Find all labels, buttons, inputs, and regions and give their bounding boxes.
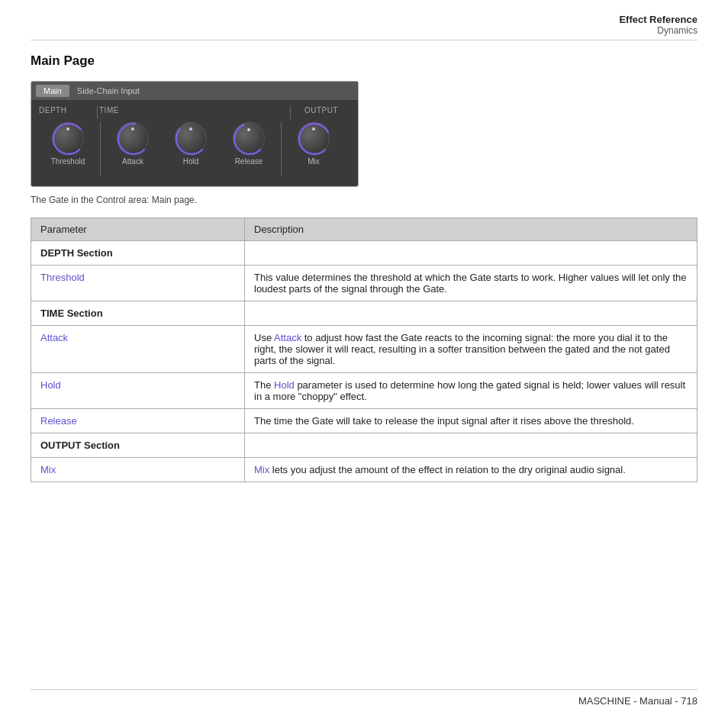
knob-release-dial[interactable] [233,122,265,154]
param-desc-attack: Use Attack to adjust how fast the Gate r… [245,326,697,373]
depth-label: DEPTH [39,106,97,114]
table-row: DEPTH Section [31,241,697,266]
gate-ui-image: Main Side-Chain Input DEPTH TIME OUTPUT [31,81,359,187]
knob-indicator [66,127,69,130]
table-row: OUTPUT Section [31,433,697,458]
col-parameter: Parameter [31,218,245,241]
footer-text: MASCHINE - Manual - 718 [578,695,697,707]
knob-threshold[interactable]: Threshold [45,122,91,166]
param-desc-release: The time the Gate will take to release t… [245,409,697,433]
knob-indicator [312,127,315,130]
knob-hold-dial[interactable] [175,122,207,154]
knob-hold[interactable]: Hold [168,122,214,166]
inline-link-hold[interactable]: Hold [274,379,295,391]
header-divider [31,40,697,40]
knob-mix[interactable]: Mix [291,122,337,166]
knob-threshold-label: Threshold [51,157,85,166]
inline-link-mix[interactable]: Mix [254,464,269,475]
knob-mix-dial[interactable] [298,122,330,154]
section-label: DEPTH Section [40,247,113,259]
section-desc [245,241,697,266]
knob-attack-dial[interactable] [117,122,149,154]
main-content: Main Page Main Side-Chain Input DEPTH TI… [31,53,697,682]
knob-attack[interactable]: Attack [110,122,156,166]
table-row: Mix Mix lets you adjust the amount of th… [31,458,697,482]
knob-release-label: Release [235,157,263,166]
footer-divider [31,689,697,690]
gate-tabs: Main Side-Chain Input [31,82,358,100]
knob-attack-label: Attack [122,157,143,166]
param-name-threshold: Threshold [31,266,245,301]
param-desc-threshold: This value determines the threshold at w… [245,266,697,301]
section-desc [245,301,697,326]
knob-indicator [131,127,134,130]
section-name: OUTPUT Section [31,433,245,458]
knob-release[interactable]: Release [226,122,272,166]
section-name: DEPTH Section [31,241,245,266]
page-title: Main Page [31,53,697,69]
table-row: Release The time the Gate will take to r… [31,409,697,433]
tab-main[interactable]: Main [36,85,69,97]
param-link-attack[interactable]: Attack [40,332,68,343]
param-link-threshold[interactable]: Threshold [40,272,85,283]
inline-link-attack[interactable]: Attack [274,332,301,343]
header: Effect Reference Dynamics [619,14,697,36]
section-name: TIME Section [31,301,245,326]
table-row: Threshold This value determines the thre… [31,266,697,301]
time-label: TIME [99,106,290,114]
params-table: Parameter Description DEPTH Section Thre… [31,217,697,482]
param-name-release: Release [31,409,245,433]
header-title: Effect Reference [619,14,697,25]
param-desc-mix: Mix lets you adjust the amount of the ef… [245,458,697,482]
gate-caption: The Gate in the Control area: Main page. [31,195,697,205]
param-name-hold: Hold [31,373,245,409]
param-link-release[interactable]: Release [40,415,77,427]
table-row: Hold The Hold parameter is used to deter… [31,373,697,409]
knob-indicator [189,127,192,130]
section-label: TIME Section [40,308,103,319]
table-row: Attack Use Attack to adjust how fast the… [31,326,697,373]
param-name-attack: Attack [31,326,245,373]
col-description: Description [245,218,697,241]
section-label: OUTPUT Section [40,440,120,451]
output-label: OUTPUT [304,106,338,114]
param-link-mix[interactable]: Mix [40,464,56,475]
knob-hold-label: Hold [183,157,199,166]
table-row: TIME Section [31,301,697,326]
param-desc-hold: The Hold parameter is used to determine … [245,373,697,409]
section-desc [245,433,697,458]
tab-sidechain[interactable]: Side-Chain Input [72,85,144,97]
knob-mix-label: Mix [308,157,320,166]
header-subtitle: Dynamics [619,25,697,36]
knob-threshold-dial[interactable] [52,122,84,154]
gate-controls: DEPTH TIME OUTPUT [31,100,358,186]
param-link-hold[interactable]: Hold [40,379,61,391]
param-name-mix: Mix [31,458,245,482]
